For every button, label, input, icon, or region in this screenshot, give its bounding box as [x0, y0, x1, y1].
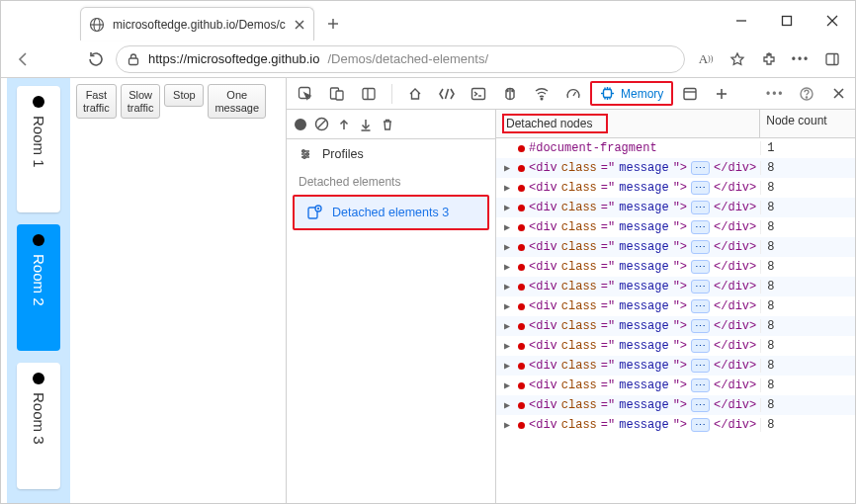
help-icon[interactable] — [792, 79, 821, 109]
stop-button[interactable]: Stop — [164, 84, 204, 107]
minimize-button[interactable] — [719, 5, 764, 37]
grid-row[interactable]: ▶<div class="message">⋯</div>8 — [496, 198, 856, 217]
sources-tab-icon[interactable] — [495, 79, 525, 109]
sidebar-toggle-icon[interactable] — [817, 44, 847, 74]
svg-rect-37 — [684, 88, 696, 99]
svg-rect-11 — [129, 58, 138, 65]
grid-row[interactable]: ▶<div class="message">⋯</div>8 — [496, 277, 856, 296]
record-button[interactable] — [295, 119, 306, 130]
grid-row[interactable]: ▶<div class="message">⋯</div>8 — [496, 257, 856, 277]
grid-body[interactable]: #document-fragment1▶<div class="message"… — [496, 138, 856, 503]
grid-row[interactable]: ▶<div class="message">⋯</div>8 — [496, 395, 856, 415]
page-controls: Fast traffic Slow traffic Stop One messa… — [70, 78, 272, 503]
grid-row[interactable]: ▶<div class="message">⋯</div>8 — [496, 217, 856, 237]
grid-row[interactable]: ▶<div class="message">⋯</div>8 — [496, 237, 856, 257]
devtools-panel: Memory ••• — [286, 78, 856, 503]
memory-tab-label: Memory — [621, 87, 663, 101]
rooms-strip: Room 1 Room 2 Room 3 — [1, 78, 70, 503]
detached-item-label: Detached elements 3 — [332, 206, 449, 219]
grid-row[interactable]: ▶<div class="message">⋯</div>8 — [496, 336, 856, 356]
svg-rect-28 — [604, 90, 612, 98]
room-label: Room 3 — [31, 392, 47, 445]
room-label: Room 1 — [31, 116, 47, 168]
delete-icon[interactable] — [381, 118, 394, 131]
clear-icon[interactable] — [314, 117, 329, 131]
dock-icon[interactable] — [354, 79, 384, 109]
detached-elements-item[interactable]: Detached elements 3 — [293, 195, 489, 230]
one-message-button[interactable]: One message — [208, 84, 266, 119]
welcome-tab-icon[interactable] — [400, 79, 430, 109]
grid-row[interactable]: ▶<div class="message">⋯</div>8 — [496, 316, 856, 336]
svg-point-25 — [512, 90, 513, 91]
close-tab-icon[interactable] — [294, 19, 305, 31]
network-tab-icon[interactable] — [527, 79, 556, 109]
url-path: /Demos/detached-elements/ — [327, 51, 488, 66]
more-icon[interactable]: ••• — [786, 44, 815, 74]
memory-toolbar — [287, 110, 495, 139]
read-aloud-icon[interactable]: A)) — [691, 44, 721, 74]
svg-point-51 — [302, 150, 304, 152]
device-icon[interactable] — [322, 79, 352, 109]
close-devtools-icon[interactable] — [823, 79, 853, 109]
header-node-count[interactable]: Node count — [760, 110, 856, 137]
window-controls — [719, 1, 855, 41]
header-detached-nodes[interactable]: Detached nodes — [496, 110, 760, 137]
memory-grid: Detached nodes Node count #document-frag… — [496, 110, 856, 503]
grid-row[interactable]: ▶<div class="message">⋯</div>8 — [496, 376, 856, 395]
slow-traffic-button[interactable]: Slow traffic — [121, 84, 161, 119]
svg-point-26 — [541, 98, 543, 100]
grid-row[interactable]: ▶<div class="message">⋯</div>8 — [496, 296, 856, 316]
url-host: https://microsoftedge.github.io — [148, 51, 319, 66]
svg-rect-13 — [826, 53, 838, 64]
grid-row[interactable]: ▶<div class="message">⋯</div>8 — [496, 356, 856, 376]
room-label: Room 2 — [31, 254, 47, 306]
inspect-icon[interactable] — [291, 79, 320, 109]
svg-rect-17 — [336, 91, 343, 100]
extensions-icon[interactable] — [754, 44, 784, 74]
grid-row-fragment[interactable]: #document-fragment1 — [496, 138, 856, 158]
url-box[interactable]: https://microsoftedge.github.io/Demos/de… — [116, 45, 685, 73]
svg-line-27 — [573, 92, 576, 96]
profiles-row[interactable]: Profiles — [287, 139, 495, 169]
fast-traffic-button[interactable]: Fast traffic — [76, 84, 117, 119]
divider — [391, 84, 392, 104]
svg-rect-21 — [472, 88, 485, 99]
new-tab-button[interactable] — [318, 9, 348, 39]
memory-tab[interactable]: Memory — [590, 81, 673, 106]
svg-line-46 — [318, 121, 326, 128]
site-info-icon[interactable] — [127, 52, 140, 66]
application-tab-icon[interactable] — [675, 79, 705, 109]
demo-page: Room 1 Room 2 Room 3 Fast traffic Slow t… — [1, 78, 286, 503]
performance-tab-icon[interactable] — [558, 79, 588, 109]
back-button[interactable] — [9, 44, 39, 74]
more-tabs-button[interactable] — [707, 79, 736, 109]
console-tab-icon[interactable] — [464, 79, 493, 109]
devtools-more-icon[interactable]: ••• — [760, 79, 790, 109]
profiles-label: Profiles — [322, 147, 364, 161]
room-1[interactable]: Room 1 — [17, 86, 60, 212]
svg-point-52 — [306, 153, 308, 155]
browser-tab[interactable]: microsoftedge.github.io/Demos/c — [80, 7, 314, 41]
svg-point-53 — [303, 156, 305, 158]
svg-point-24 — [507, 90, 508, 91]
room-3[interactable]: Room 3 — [17, 363, 60, 489]
download-icon[interactable] — [359, 118, 373, 131]
grid-row[interactable]: ▶<div class="message">⋯</div>8 — [496, 415, 856, 435]
devtools-tab-strip: Memory ••• — [287, 78, 856, 110]
favorite-icon[interactable] — [723, 44, 752, 74]
globe-icon — [89, 17, 105, 33]
room-2[interactable]: Room 2 — [17, 224, 60, 351]
maximize-button[interactable] — [764, 5, 810, 37]
svg-line-20 — [446, 89, 449, 99]
address-bar: https://microsoftedge.github.io/Demos/de… — [1, 41, 855, 78]
close-window-button[interactable] — [810, 5, 855, 37]
memory-sidebar: Profiles Detached elements Detached elem… — [287, 110, 496, 503]
grid-header: Detached nodes Node count — [496, 110, 856, 138]
grid-row[interactable]: ▶<div class="message">⋯</div>8 — [496, 178, 856, 198]
refresh-button[interactable] — [80, 44, 110, 74]
grid-row[interactable]: ▶<div class="message">⋯</div>8 — [496, 158, 856, 178]
elements-tab-icon[interactable] — [432, 79, 462, 109]
upload-icon[interactable] — [337, 118, 351, 131]
detached-heading: Detached elements — [287, 169, 495, 193]
tab-title: microsoftedge.github.io/Demos/c — [113, 18, 286, 32]
